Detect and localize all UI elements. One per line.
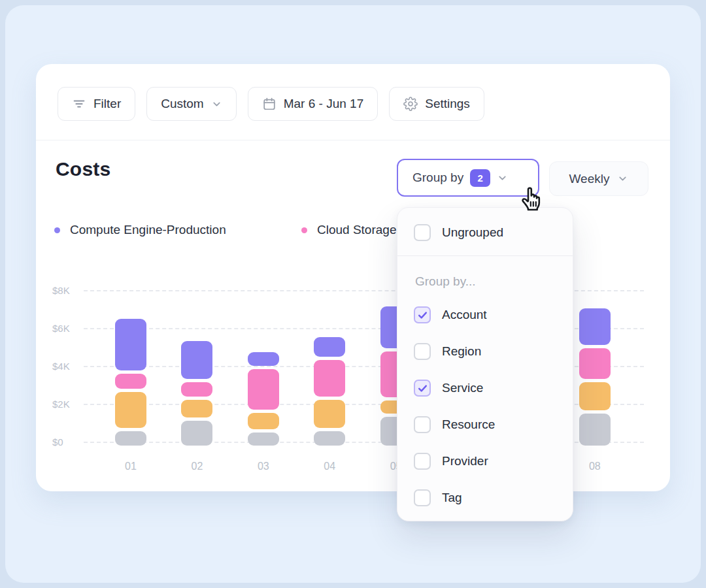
menu-item-tag[interactable]: Tag (414, 489, 462, 507)
menu-item-label: Account (442, 308, 487, 322)
bar-segment[interactable] (579, 382, 611, 410)
bar-segment[interactable] (115, 374, 146, 389)
menu-item-label: Region (442, 344, 481, 359)
check-icon (417, 383, 428, 394)
menu-item-ungrouped[interactable]: Ungrouped (414, 223, 503, 242)
checkbox-ungrouped[interactable] (414, 224, 431, 241)
y-axis-tick: $0 (52, 436, 78, 448)
cost-chart: $0$2K$4K$6K$8K0102030405060708 (36, 64, 670, 491)
menu-item-service[interactable]: Service (414, 379, 483, 397)
bar-segment[interactable] (314, 400, 345, 429)
group-by-menu: Ungrouped Group by... AccountRegionServi… (397, 207, 573, 521)
checkbox-provider[interactable] (414, 453, 431, 470)
bar-segment[interactable] (115, 392, 146, 428)
bar-segment[interactable] (181, 341, 212, 379)
costs-card: FilterCustomMar 6 - Jun 17Settings Costs… (36, 64, 670, 491)
x-axis-tick: 08 (589, 461, 601, 472)
menu-item-label: Tag (442, 491, 462, 505)
bar-segment[interactable] (181, 400, 212, 418)
x-axis-tick: 04 (324, 461, 335, 472)
checkbox-account[interactable] (414, 306, 431, 323)
bar-segment[interactable] (248, 433, 279, 446)
x-axis-tick: 03 (258, 461, 269, 472)
y-axis-tick: $2K (52, 398, 78, 409)
bar-segment[interactable] (181, 382, 212, 397)
check-icon (417, 310, 428, 321)
bar-segment[interactable] (579, 414, 611, 446)
bar-segment[interactable] (115, 431, 146, 446)
x-axis-tick: 01 (125, 461, 137, 472)
bar-segment[interactable] (248, 369, 279, 410)
bar-segment[interactable] (115, 319, 146, 370)
bar-segment[interactable] (579, 308, 611, 344)
menu-item-label: Service (442, 381, 483, 395)
cursor-pointer-icon (518, 180, 548, 216)
menu-item-provider[interactable]: Provider (414, 452, 488, 470)
bar-segment[interactable] (248, 413, 279, 429)
menu-item-label: Resource (442, 417, 495, 432)
bar-segment[interactable] (181, 421, 212, 446)
bar-segment[interactable] (314, 337, 345, 357)
menu-section-label: Group by... (415, 274, 476, 289)
menu-item-label: Ungrouped (442, 225, 503, 240)
checkbox-service[interactable] (414, 380, 431, 397)
y-axis-tick: $6K (52, 322, 78, 333)
bar-segment[interactable] (579, 348, 611, 380)
menu-item-label: Provider (442, 454, 488, 468)
checkbox-region[interactable] (414, 343, 431, 360)
menu-item-account[interactable]: Account (414, 306, 487, 324)
x-axis-tick: 02 (191, 461, 203, 472)
menu-item-resource[interactable]: Resource (414, 416, 495, 434)
bar-segment[interactable] (314, 431, 345, 446)
bar-segment[interactable] (314, 360, 345, 396)
menu-divider (397, 255, 573, 256)
menu-item-region[interactable]: Region (414, 342, 481, 361)
y-axis-tick: $4K (52, 360, 78, 371)
y-axis-tick: $8K (52, 284, 78, 295)
screenshot-canvas: FilterCustomMar 6 - Jun 17Settings Costs… (0, 0, 706, 588)
checkbox-resource[interactable] (414, 416, 431, 433)
bar-segment[interactable] (248, 352, 279, 365)
checkbox-tag[interactable] (414, 489, 431, 506)
